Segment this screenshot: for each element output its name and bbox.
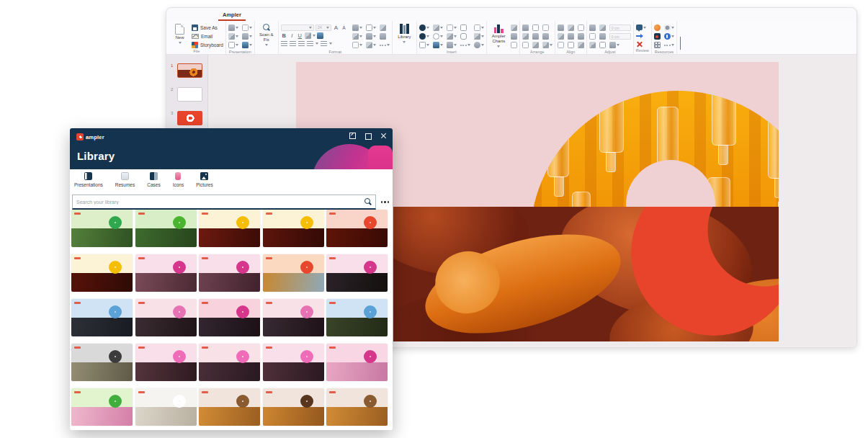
- presentation-tool-button[interactable]: [242, 41, 252, 49]
- undo-shape-button[interactable]: [589, 41, 596, 49]
- align-left-icon[interactable]: [281, 41, 287, 46]
- library-thumbnail[interactable]: [199, 299, 260, 336]
- restore-window-icon[interactable]: [349, 133, 355, 138]
- library-thumbnail[interactable]: [135, 344, 197, 381]
- carrots-photo[interactable]: [393, 207, 779, 341]
- new-button[interactable]: New: [170, 22, 189, 44]
- stretch-v-button[interactable]: [599, 32, 606, 40]
- library-thumbnail[interactable]: [135, 388, 197, 426]
- reject-button[interactable]: [636, 41, 649, 48]
- guides-button[interactable]: [578, 32, 584, 40]
- library-thumbnail[interactable]: [71, 344, 133, 381]
- library-thumbnail[interactable]: [199, 210, 260, 247]
- stretch-h-button[interactable]: [599, 24, 606, 32]
- ribbon-tab-ampler[interactable]: Ampler: [218, 9, 246, 21]
- send-back-button[interactable]: [532, 32, 539, 40]
- tab-resumes[interactable]: Resumes: [115, 172, 135, 187]
- format-more-button[interactable]: [380, 41, 390, 49]
- collapse-ribbon-button[interactable]: [680, 37, 681, 50]
- strikethrough-grid-icon[interactable]: [305, 32, 311, 39]
- tab-presentations[interactable]: Presentations: [74, 172, 103, 187]
- insert-circle-button[interactable]: [433, 32, 443, 40]
- snap-button[interactable]: [578, 24, 584, 32]
- library-thumbnail[interactable]: [263, 388, 324, 426]
- distribute-h-button[interactable]: [568, 24, 574, 32]
- presentation-tool-button[interactable]: [228, 32, 238, 40]
- align-middle-button[interactable]: [558, 32, 564, 40]
- library-thumbnail[interactable]: [326, 210, 388, 247]
- insert-table-button[interactable]: [447, 32, 457, 40]
- library-thumbnail[interactable]: [71, 388, 133, 426]
- grid-toggle-button[interactable]: [578, 41, 584, 49]
- library-thumbnail[interactable]: [71, 299, 133, 336]
- maximize-icon[interactable]: [365, 133, 371, 138]
- bullet-list-icon[interactable]: [307, 41, 313, 46]
- selection-tool-button[interactable]: [511, 24, 517, 32]
- library-thumbnail[interactable]: [199, 388, 260, 426]
- table-style-icon[interactable]: [317, 32, 323, 39]
- insert-smart-button[interactable]: [447, 41, 457, 49]
- library-thumbnail[interactable]: [326, 388, 388, 426]
- comment-button[interactable]: [636, 24, 649, 30]
- slide-thumbnail-2[interactable]: [177, 87, 202, 102]
- align-center-icon[interactable]: [290, 41, 296, 46]
- italic-button[interactable]: I: [289, 32, 295, 39]
- insert-image-button[interactable]: [433, 24, 443, 32]
- insert-legend-button[interactable]: [474, 32, 484, 40]
- library-thumbnail[interactable]: [199, 344, 260, 381]
- insert-rounded-rect-button[interactable]: [460, 32, 470, 40]
- templates-button[interactable]: [654, 41, 661, 49]
- slide-thumbnail-3[interactable]: [177, 111, 202, 125]
- tab-icons[interactable]: Icons: [173, 172, 184, 187]
- insert-line-button[interactable]: [460, 41, 470, 49]
- line-tool-button[interactable]: [366, 41, 376, 49]
- triangle-tool-button[interactable]: [366, 24, 376, 32]
- presentation-tool-button[interactable]: [242, 24, 252, 32]
- tab-pictures[interactable]: Pictures: [196, 172, 212, 187]
- insert-callout-button[interactable]: [474, 41, 484, 49]
- pentagon-tool-button[interactable]: [366, 32, 376, 40]
- ungroup-button[interactable]: [532, 41, 539, 49]
- eraser-tool-button[interactable]: [380, 32, 390, 40]
- align-right-icon[interactable]: [298, 41, 305, 46]
- insert-number-2-button[interactable]: [419, 32, 429, 40]
- search-icon[interactable]: [364, 198, 372, 205]
- email-button[interactable]: Email: [192, 32, 223, 40]
- ampler-home-button[interactable]: [654, 32, 661, 40]
- presentation-tool-button[interactable]: [228, 24, 238, 32]
- shrink-font-button[interactable]: A: [341, 24, 347, 31]
- resources-more-button[interactable]: [664, 41, 674, 49]
- library-thumbnail[interactable]: [263, 344, 324, 381]
- resize-width-button[interactable]: [589, 24, 596, 32]
- tab-cases[interactable]: Cases: [147, 172, 160, 187]
- shape-effects-button[interactable]: [352, 41, 362, 49]
- library-thumbnail[interactable]: [135, 299, 197, 336]
- ampler-charts-button[interactable]: Ampler Charts: [489, 22, 509, 48]
- underline-button[interactable]: U: [297, 32, 303, 39]
- slide-thumbnail-1[interactable]: [177, 63, 202, 78]
- insert-text-button[interactable]: [474, 24, 484, 32]
- send-backward-button[interactable]: [522, 32, 529, 40]
- bring-forward-button[interactable]: [522, 24, 529, 32]
- regroup-button[interactable]: [542, 32, 552, 40]
- library-thumbnail[interactable]: [326, 344, 388, 381]
- presentation-tool-button[interactable]: [228, 41, 238, 49]
- library-button[interactable]: Library: [395, 22, 414, 43]
- shape-fill-button[interactable]: [352, 24, 362, 32]
- close-icon[interactable]: [381, 133, 387, 138]
- search-input[interactable]: [76, 200, 364, 205]
- crop-button[interactable]: [599, 41, 606, 49]
- save-as-button[interactable]: Save As: [192, 24, 223, 31]
- palette-button[interactable]: [654, 24, 661, 32]
- insert-box-button[interactable]: [419, 41, 429, 49]
- bold-button[interactable]: B: [281, 32, 287, 39]
- insert-frame-button[interactable]: [447, 24, 457, 32]
- forward-button[interactable]: [636, 32, 649, 39]
- presentation-tool-button[interactable]: [242, 32, 252, 40]
- library-thumbnail[interactable]: [263, 254, 324, 292]
- library-thumbnail[interactable]: [199, 254, 260, 292]
- library-thumbnail[interactable]: [71, 254, 133, 292]
- library-search-box[interactable]: [72, 195, 376, 210]
- bring-front-button[interactable]: [532, 24, 539, 32]
- library-more-button[interactable]: [381, 201, 390, 202]
